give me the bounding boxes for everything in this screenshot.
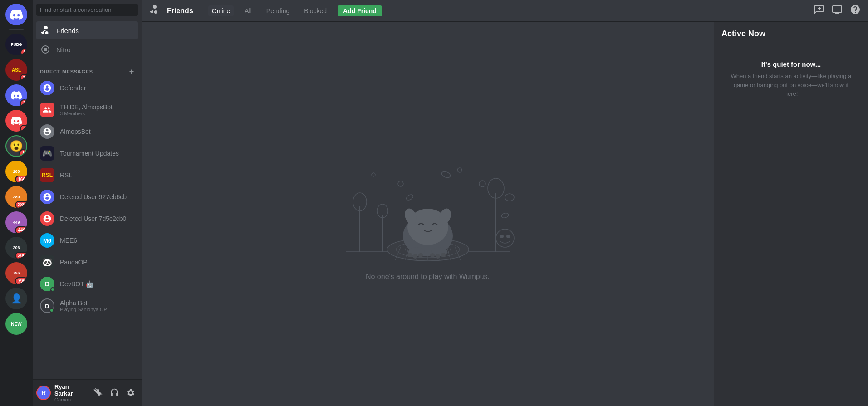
svg-point-37 [430,253,435,258]
dm-name-deleted2: Deleted User 7d5c2cb0 [60,215,126,222]
dm-sub-alphabot: Playing Sanidhya OP [60,307,107,312]
svg-point-35 [413,254,417,259]
dm-avatar-mee6: M6 [40,233,54,248]
dm-item-pandaop[interactable]: 🐼 PandaOP [36,252,138,273]
server-icon-280[interactable]: 280 280 [5,186,27,208]
tab-pending[interactable]: Pending [263,5,293,16]
friends-main-area: No one's around to play with Wumpus. [142,22,714,406]
dm-item-tournament[interactable]: 🎮 Tournament Updates [36,143,138,164]
dm-item-thide[interactable]: THiDE, AlmopsBot 3 Members [36,99,138,120]
dm-info-defender: Defender [60,84,86,92]
server-badge-796: 796 [15,277,27,284]
svg-point-34 [407,253,412,257]
tab-online[interactable]: Online [208,5,234,16]
nav-items: Friends Nitro [33,20,142,60]
dm-avatar-devbot: D [40,277,54,291]
dm-section-header: DIRECT MESSAGES + [33,60,142,78]
dm-avatar-deleted1 [40,190,54,204]
server-icon-796[interactable]: 796 796 [5,262,27,284]
monitor-icon[interactable] [832,4,843,17]
dm-name-thide: THiDE, AlmopsBot [60,103,113,111]
home-button[interactable] [5,4,27,25]
server-icon-pubg1[interactable]: PUBG 1 [5,34,27,55]
dm-avatar-almopsbot [40,124,54,139]
nav-friends[interactable]: Friends [36,21,138,39]
dm-avatar-defender [40,81,54,95]
friends-label: Friends [56,27,79,34]
nitro-label: Nitro [56,46,71,54]
friends-header-icon [149,4,160,17]
dm-info-deleted2: Deleted User 7d5c2cb0 [60,215,126,222]
server-icon-new[interactable]: NEW [5,313,27,335]
svg-point-42 [506,235,510,238]
dm-item-almopsbot[interactable]: AlmopsBot [36,121,138,142]
tab-all[interactable]: All [241,5,255,16]
server-badge-160: 160 [15,176,27,182]
username: Ryan Sarkar [54,383,87,397]
dm-add-button[interactable]: + [129,68,134,76]
dm-avatar-tournament: 🎮 [40,146,54,161]
wumpus-empty-text: No one's around to play with Wumpus. [366,273,490,281]
server-badge-new: NEW [11,322,21,327]
dm-info-alphabot: Alpha Bot Playing Sanidhya OP [60,299,107,312]
user-panel-controls [91,386,138,400]
server-icon-asl[interactable]: ASL 1 [5,59,27,81]
dm-name-tournament: Tournament Updates [60,150,119,157]
dm-info-devbot: DevBOT 🤖 [60,280,93,288]
svg-point-1 [44,48,47,51]
dm-info-pandaop: PandaOP [60,259,88,266]
dm-item-deleted2[interactable]: Deleted User 7d5c2cb0 [36,208,138,229]
svg-point-14 [405,193,414,201]
dm-item-devbot[interactable]: D DevBOT 🤖 [36,274,138,294]
server-icon-206[interactable]: 206 206 [5,237,27,259]
tab-blocked[interactable]: Blocked [300,5,330,16]
dm-info-almopsbot: AlmopsBot [60,128,91,135]
dm-info-deleted1: Deleted User 927eb6cb [60,193,127,201]
dm-name-rsl: RSL [60,171,72,179]
server-icon-discord-red[interactable]: 3 [5,110,27,132]
nitro-icon [40,44,51,55]
active-now-panel: Active Now It's quiet for now... When a … [714,22,868,406]
svg-point-36 [418,253,423,258]
dm-item-rsl[interactable]: RSL RSL [36,165,138,186]
server-icon-discord-blue[interactable]: 3 [5,84,27,106]
svg-point-13 [505,194,514,201]
server-icon-smile[interactable]: 😮 1 [5,135,27,157]
add-friend-button[interactable]: Add Friend [338,5,382,16]
server-badge-280: 280 [15,201,27,208]
friends-icon [40,25,51,36]
devbot-online-indicator [50,287,55,292]
deafen-button[interactable] [107,386,122,400]
server-sidebar: PUBG 1 ASL 1 3 3 😮 1 160 160 280 280 449… [0,0,33,406]
svg-point-38 [436,254,440,259]
nav-nitro[interactable]: Nitro [36,40,138,59]
wumpus-svg [328,147,528,265]
dm-avatar-thide [40,103,54,117]
server-icon-449[interactable]: 449 449 [5,211,27,233]
chat-plus-icon[interactable] [814,4,824,17]
dm-avatar-alphabot: α [40,298,54,313]
user-status: Carrion [54,397,87,402]
search-input[interactable] [36,4,138,16]
dm-item-deleted1[interactable]: Deleted User 927eb6cb [36,186,138,207]
quiet-container: It's quiet for now... When a friend star… [721,46,861,113]
dm-item-mee6[interactable]: M6 MEE6 [36,230,138,251]
settings-button[interactable] [123,386,138,400]
help-icon[interactable] [850,4,861,17]
user-info: Ryan Sarkar Carrion [54,383,87,402]
dm-sub-thide: 3 Members [60,111,113,116]
dm-item-alphabot[interactable]: α Alpha Bot Playing Sanidhya OP [36,295,138,316]
dm-item-defender[interactable]: Defender [36,78,138,98]
dm-info-mee6: MEE6 [60,237,77,244]
dm-name-defender: Defender [60,84,86,92]
server-icon-dark-user[interactable]: 👤 [5,288,27,309]
dm-name-deleted1: Deleted User 927eb6cb [60,193,127,201]
content-area: No one's around to play with Wumpus. Act… [142,22,868,406]
server-badge-smile: 1 [19,149,27,157]
mute-button[interactable] [91,386,105,400]
server-icon-160[interactable]: 160 160 [5,161,27,182]
svg-point-16 [500,212,509,219]
user-avatar: R [36,386,51,400]
header-divider [201,5,201,16]
dm-info-rsl: RSL [60,171,72,179]
